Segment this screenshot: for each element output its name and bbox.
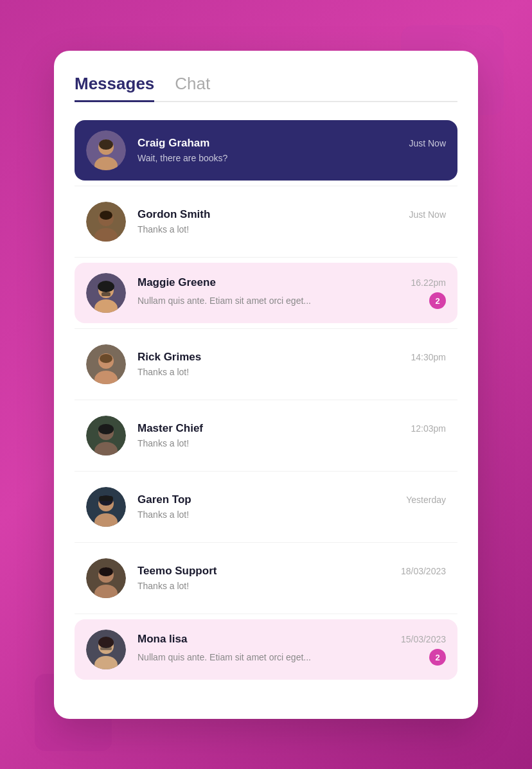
msg-name: Rick Grimes: [137, 351, 201, 364]
msg-content: Mona lisa 15/03/2023 Nullam quis ante. E…: [137, 633, 446, 666]
msg-content: Rick Grimes 14:30pm Thanks a lot!: [137, 351, 446, 377]
avatar: [86, 273, 126, 313]
list-item[interactable]: Gordon Smith Just Now Thanks a lot!: [75, 191, 457, 252]
list-item[interactable]: Mona lisa 15/03/2023 Nullam quis ante. E…: [75, 619, 457, 680]
msg-top: Rick Grimes 14:30pm: [137, 351, 446, 364]
divider: [75, 186, 457, 186]
msg-name: Maggie Greene: [137, 276, 216, 289]
msg-name: Teemo Support: [137, 565, 217, 578]
list-item[interactable]: Garen Top Yesterday Thanks a lot!: [75, 477, 457, 537]
msg-content: Maggie Greene 16.22pm Nullam quis ante. …: [137, 276, 446, 309]
messages-card: Messages Chat Craig Graham Just Now Wait…: [54, 51, 478, 719]
divider: [75, 400, 457, 400]
msg-time: Just Now: [409, 138, 446, 148]
msg-time: 16.22pm: [411, 278, 446, 288]
tab-chat[interactable]: Chat: [175, 74, 210, 102]
msg-time: Yesterday: [406, 495, 446, 505]
msg-time: 18/03/2023: [401, 566, 446, 576]
msg-top: Craig Graham Just Now: [137, 137, 446, 150]
svg-point-2: [99, 139, 113, 150]
msg-name: Master Chief: [137, 422, 203, 435]
msg-preview: Nullam quis ante. Etiam sit amet orci eg…: [137, 296, 424, 306]
msg-preview: Wait, there are books?: [137, 153, 446, 163]
badge-wrap: Nullam quis ante. Etiam sit amet orci eg…: [137, 292, 446, 309]
avatar: [86, 558, 126, 598]
msg-top: Teemo Support 18/03/2023: [137, 565, 446, 578]
msg-name: Craig Graham: [137, 137, 209, 150]
msg-content: Teemo Support 18/03/2023 Thanks a lot!: [137, 565, 446, 591]
list-item[interactable]: Craig Graham Just Now Wait, there are bo…: [75, 120, 457, 181]
unread-badge: 2: [429, 649, 446, 666]
msg-name: Mona lisa: [137, 633, 187, 646]
svg-point-10: [98, 281, 114, 292]
svg-point-32: [98, 637, 114, 648]
msg-content: Garen Top Yesterday Thanks a lot!: [137, 493, 446, 520]
msg-preview: Thanks a lot!: [137, 581, 446, 591]
badge-wrap: Nullam quis ante. Etiam sit amet orci eg…: [137, 649, 446, 666]
tab-bar: Messages Chat: [75, 74, 457, 102]
msg-preview: Nullam quis ante. Etiam sit amet orci eg…: [137, 652, 424, 662]
divider: [75, 328, 457, 329]
divider: [75, 542, 457, 543]
msg-content: Master Chief 12:03pm Thanks a lot!: [137, 422, 446, 448]
msg-time: 12:03pm: [411, 423, 446, 434]
msg-time: 14:30pm: [411, 352, 446, 362]
bg-decoration-bottom: [35, 674, 112, 751]
avatar: [86, 416, 126, 455]
msg-top: Master Chief 12:03pm: [137, 422, 446, 435]
svg-rect-33: [100, 647, 112, 650]
avatar: [86, 130, 126, 170]
msg-preview: Thanks a lot!: [137, 224, 446, 234]
svg-point-28: [99, 567, 113, 576]
divider: [75, 614, 457, 614]
list-item[interactable]: Teemo Support 18/03/2023 Thanks a lot!: [75, 548, 457, 608]
svg-rect-24: [99, 496, 113, 501]
msg-preview: Thanks a lot!: [137, 438, 446, 448]
msg-time: Just Now: [409, 209, 446, 220]
tab-messages[interactable]: Messages: [75, 74, 154, 102]
msg-content: Gordon Smith Just Now Thanks a lot!: [137, 208, 446, 234]
msg-content: Craig Graham Just Now Wait, there are bo…: [137, 137, 446, 163]
msg-name: Garen Top: [137, 493, 191, 506]
list-item[interactable]: Rick Grimes 14:30pm Thanks a lot!: [75, 334, 457, 394]
list-item[interactable]: Master Chief 12:03pm Thanks a lot!: [75, 405, 457, 466]
svg-point-19: [98, 424, 114, 434]
list-item[interactable]: Maggie Greene 16.22pm Nullam quis ante. …: [75, 263, 457, 323]
avatar: [86, 487, 126, 527]
msg-preview: Thanks a lot!: [137, 367, 446, 377]
msg-top: Mona lisa 15/03/2023: [137, 633, 446, 646]
svg-point-15: [100, 354, 112, 363]
avatar: [86, 344, 126, 384]
unread-badge: 2: [429, 292, 446, 309]
msg-name: Gordon Smith: [137, 208, 210, 221]
svg-point-6: [100, 211, 112, 220]
msg-top: Garen Top Yesterday: [137, 493, 446, 506]
avatar: [86, 202, 126, 242]
msg-time: 15/03/2023: [401, 634, 446, 644]
avatar: [86, 630, 126, 669]
msg-top: Maggie Greene 16.22pm: [137, 276, 446, 289]
msg-top: Gordon Smith Just Now: [137, 208, 446, 221]
msg-preview: Thanks a lot!: [137, 509, 446, 520]
svg-rect-11: [102, 292, 111, 296]
divider: [75, 471, 457, 472]
message-list: Craig Graham Just Now Wait, there are bo…: [75, 120, 457, 680]
divider: [75, 257, 457, 258]
